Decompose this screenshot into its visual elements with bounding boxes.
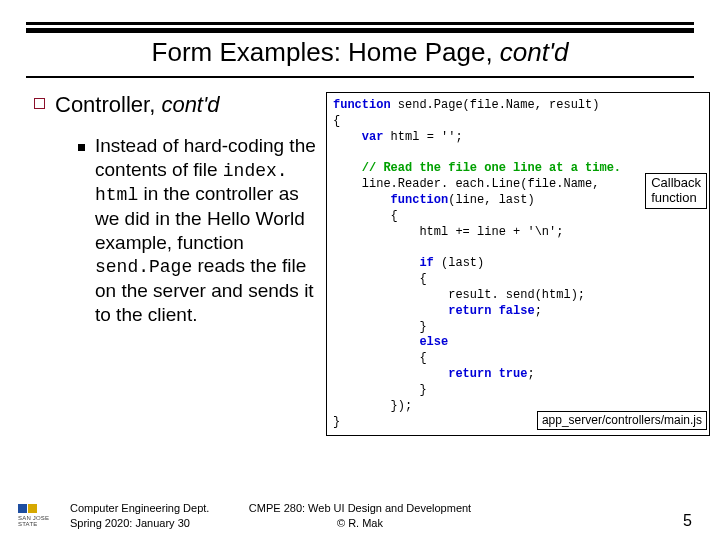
body-code-2: send.Page (95, 257, 192, 277)
title-emphasis: cont'd (500, 37, 569, 67)
code-t: { (333, 209, 398, 223)
code-t (333, 193, 391, 207)
bullet-square-icon (34, 98, 45, 109)
body-bullet: Instead of hard-coding the contents of f… (56, 134, 318, 326)
subheading: Controller, cont'd (55, 92, 219, 118)
subheading-text: Controller, (55, 92, 161, 117)
filepath-callout: app_server/controllers/main.js (537, 411, 707, 431)
code-box: function send.Page(file.Name, result) { … (326, 92, 710, 436)
code-t: line.Reader. each.Line(file.Name, (333, 177, 599, 191)
code-kw: else (419, 335, 448, 349)
code-kw: function (333, 98, 391, 112)
footer: Computer Engineering Dept. Spring 2020: … (0, 501, 720, 530)
left-column: Controller, cont'd Instead of hard-codin… (34, 92, 326, 436)
code-t: }); (333, 399, 412, 413)
code-kw: function (391, 193, 449, 207)
code-t: } (333, 383, 427, 397)
code-t: ; (535, 304, 542, 318)
content-area: Controller, cont'd Instead of hard-codin… (0, 78, 720, 436)
footer-author: © R. Mak (249, 516, 471, 530)
code-t (333, 304, 448, 318)
callback-callout: Callbackfunction (645, 173, 707, 209)
code-t: (last) (434, 256, 484, 270)
decor-line-thin (26, 22, 694, 25)
code-t: (line, last) (448, 193, 534, 207)
callout-path-text: app_server/controllers/main.js (542, 413, 702, 427)
code-t: html += line + '\n'; (333, 225, 563, 239)
code-t: html = ''; (383, 130, 462, 144)
code-t: } (333, 415, 340, 429)
code-t (333, 335, 419, 349)
slide-title: Form Examples: Home Page, cont'd (0, 37, 720, 68)
code-kw: return true (448, 367, 527, 381)
footer-left: Computer Engineering Dept. Spring 2020: … (70, 501, 209, 530)
right-column: function send.Page(file.Name, result) { … (326, 92, 710, 436)
body-text: Instead of hard-coding the contents of f… (95, 134, 318, 326)
code-t (333, 161, 362, 175)
slide-number: 5 (683, 512, 692, 530)
code-t (333, 256, 419, 270)
code-t: { (333, 272, 427, 286)
code-t (333, 130, 362, 144)
footer-dept: Computer Engineering Dept. (70, 501, 209, 515)
footer-center: CMPE 280: Web UI Design and Development … (249, 501, 471, 530)
code-kw: return false (448, 304, 534, 318)
code-kw: if (419, 256, 433, 270)
bullet-small-square-icon (78, 144, 85, 151)
subheading-emphasis: cont'd (161, 92, 219, 117)
code-kw: var (362, 130, 384, 144)
title-text: Form Examples: Home Page, (152, 37, 500, 67)
code-comment: // Read the file one line at a time. (362, 161, 621, 175)
callout-line1: Callback (651, 175, 701, 190)
code-t: ; (527, 367, 534, 381)
footer-course: CMPE 280: Web UI Design and Development (249, 501, 471, 515)
code-t: } (333, 320, 427, 334)
code-t (333, 367, 448, 381)
code-t: { (333, 114, 340, 128)
code-t: send.Page(file.Name, result) (391, 98, 600, 112)
subheading-row: Controller, cont'd (34, 92, 318, 118)
callout-line2: function (651, 190, 697, 205)
footer-date: Spring 2020: January 30 (70, 516, 209, 530)
code-t: result. send(html); (333, 288, 585, 302)
decor-line-thick (26, 28, 694, 33)
code-t: { (333, 351, 427, 365)
